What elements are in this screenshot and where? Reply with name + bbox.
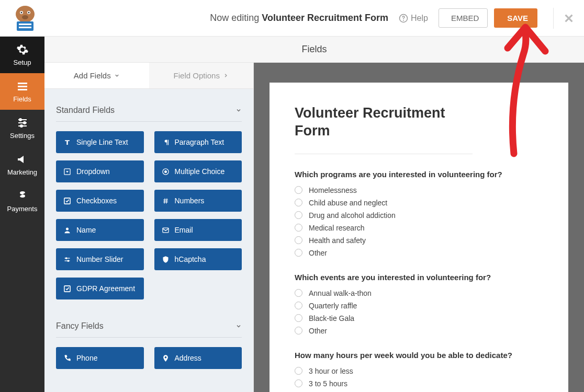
top-bar: Now editing Volunteer Recruitment Form H… xyxy=(0,0,584,37)
close-button[interactable] xyxy=(553,8,575,29)
tab-field-options[interactable]: Field Options xyxy=(149,63,254,88)
form-preview-title: Volunteer Recruitment Form xyxy=(295,105,473,154)
svg-point-5 xyxy=(22,15,28,19)
svg-rect-6 xyxy=(17,21,33,31)
field-hcaptcha[interactable]: hCaptcha xyxy=(154,248,242,270)
field-gdpr-agreement[interactable]: GDPR Agreement xyxy=(56,278,144,299)
preview-panel: Volunteer Recruitment Form Which program… xyxy=(254,63,584,392)
envelope-icon xyxy=(162,226,170,234)
question-label: Which programs are you interested in vol… xyxy=(295,170,543,179)
tab-label: Field Options xyxy=(174,71,220,80)
save-button[interactable]: SAVE xyxy=(494,8,537,28)
nav-label: Fields xyxy=(13,95,31,103)
chevron-down-icon xyxy=(235,323,242,329)
hash-icon xyxy=(162,197,170,205)
field-label: Address xyxy=(175,354,201,362)
sliders-h-icon xyxy=(63,256,71,263)
radio-option[interactable]: Homelessness xyxy=(295,186,543,194)
radio-option[interactable]: 3 hour or less xyxy=(295,367,543,375)
radio-option[interactable]: Health and safety xyxy=(295,236,543,245)
svg-point-25 xyxy=(164,170,167,173)
field-grid-standard: Single Line Text Paragraph Text Dropdown… xyxy=(56,131,242,299)
tab-add-fields[interactable]: Add Fields xyxy=(44,63,149,88)
form-preview[interactable]: Volunteer Recruitment Form Which program… xyxy=(269,83,568,392)
question-block: Which events are you interested in volun… xyxy=(295,273,543,335)
editing-prefix: Now editing xyxy=(210,13,262,23)
gear-icon xyxy=(16,43,29,56)
question-label: How many hours per week would you be abl… xyxy=(295,351,543,360)
left-nav: Setup Fields Settings Marketing Payments xyxy=(0,37,44,392)
svg-point-3 xyxy=(21,12,23,14)
option-label: Other xyxy=(309,327,327,335)
svg-line-29 xyxy=(164,198,165,203)
radio-option[interactable]: Other xyxy=(295,249,543,257)
option-label: Annual walk-a-thon xyxy=(309,289,372,297)
svg-point-4 xyxy=(28,12,30,14)
close-icon xyxy=(563,13,575,24)
field-email[interactable]: Email xyxy=(154,219,242,241)
svg-point-10 xyxy=(403,19,404,20)
field-number-slider[interactable]: Number Slider xyxy=(56,248,144,270)
field-label: Paragraph Text xyxy=(175,138,224,146)
svg-rect-14 xyxy=(18,86,27,87)
svg-point-36 xyxy=(68,260,69,261)
group-header-fancy[interactable]: Fancy Fields xyxy=(56,315,242,338)
field-name[interactable]: Name xyxy=(56,219,144,241)
main-area: Setup Fields Settings Marketing Payments… xyxy=(0,37,584,392)
nav-item-setup[interactable]: Setup xyxy=(0,37,44,73)
field-panel: Add Fields Field Options Standard Fields xyxy=(44,63,254,392)
option-label: Other xyxy=(309,249,327,257)
radio-option[interactable]: 3 to 5 hours xyxy=(295,379,543,388)
radio-option[interactable]: Quarterly raffle xyxy=(295,302,543,310)
radio-option[interactable]: Medical research xyxy=(295,224,543,232)
option-label: Child abuse and neglect xyxy=(309,199,387,207)
svg-rect-15 xyxy=(18,89,27,90)
radio-option[interactable]: Black-tie Gala xyxy=(295,314,543,322)
field-address[interactable]: Address xyxy=(154,347,242,369)
shield-icon xyxy=(162,256,170,263)
field-dropdown[interactable]: Dropdown xyxy=(56,160,144,182)
radio-option[interactable]: Annual walk-a-thon xyxy=(295,289,543,297)
field-paragraph-text[interactable]: Paragraph Text xyxy=(154,131,242,153)
radio-option[interactable]: Child abuse and neglect xyxy=(295,199,543,207)
nav-item-settings[interactable]: Settings xyxy=(0,110,44,146)
svg-rect-7 xyxy=(19,24,31,25)
radio-option[interactable]: Other xyxy=(295,327,543,335)
radio-icon xyxy=(295,211,302,219)
help-link[interactable]: Help xyxy=(399,14,428,23)
field-phone[interactable]: Phone xyxy=(56,347,144,369)
nav-item-fields[interactable]: Fields xyxy=(0,73,44,110)
field-single-line-text[interactable]: Single Line Text xyxy=(56,131,144,153)
nav-item-marketing[interactable]: Marketing xyxy=(0,146,44,183)
content-area: Fields Add Fields Field Options xyxy=(44,37,584,392)
app-logo xyxy=(9,4,41,32)
svg-point-20 xyxy=(24,122,26,124)
option-label: Medical research xyxy=(309,224,365,232)
tab-label: Add Fields xyxy=(74,71,111,80)
radio-icon xyxy=(295,249,302,257)
paragraph-icon xyxy=(162,139,170,146)
section-header: Fields xyxy=(44,37,584,63)
field-grid-fancy: Phone Address xyxy=(56,347,242,369)
radio-icon xyxy=(295,314,302,322)
field-numbers[interactable]: Numbers xyxy=(154,190,242,212)
svg-marker-23 xyxy=(66,171,69,172)
embed-button[interactable]: EMBED xyxy=(439,8,488,28)
option-label: 3 hour or less xyxy=(309,367,353,375)
field-multiple-choice[interactable]: Multiple Choice xyxy=(154,160,242,182)
nav-item-payments[interactable]: Payments xyxy=(0,183,44,220)
help-label: Help xyxy=(411,14,428,23)
svg-line-30 xyxy=(166,198,166,203)
field-scroll[interactable]: Standard Fields Single Line Text Paragra… xyxy=(44,89,253,392)
dollar-icon xyxy=(16,190,29,202)
svg-point-21 xyxy=(20,125,23,127)
field-checkboxes[interactable]: Checkboxes xyxy=(56,190,144,212)
form-name: Volunteer Recruitment Form xyxy=(262,13,388,23)
nav-label: Payments xyxy=(7,205,38,213)
radio-option[interactable]: Drug and alcohol addiction xyxy=(295,211,543,220)
list-icon xyxy=(16,80,29,93)
chevron-down-icon xyxy=(235,107,242,113)
group-header-standard[interactable]: Standard Fields xyxy=(56,99,242,122)
field-label: Name xyxy=(76,226,96,234)
nav-label: Marketing xyxy=(7,168,37,176)
